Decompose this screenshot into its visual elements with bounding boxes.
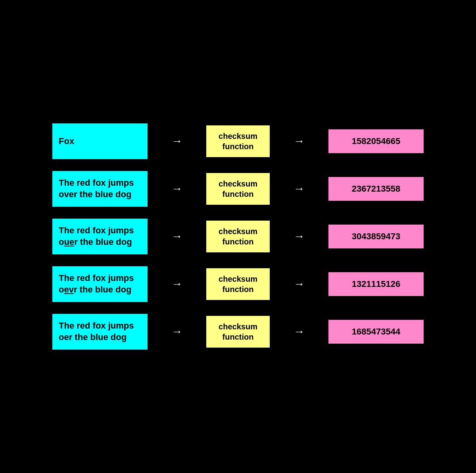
input-box-3: The red fox jumps ouer the blue dog — [52, 219, 148, 254]
arrow-3b: → — [294, 230, 305, 243]
row-1: Fox → checksum function → 1582054665 — [52, 123, 424, 159]
function-label-4: checksum function — [213, 274, 263, 294]
function-box-4: checksum function — [206, 268, 270, 300]
output-box-5: 1685473544 — [328, 320, 424, 344]
input-text-4: The red fox jumps oevr the blue dog — [59, 273, 141, 295]
arrow-1: → — [171, 135, 182, 148]
arrow-4: → — [171, 278, 182, 290]
function-label-2: checksum function — [213, 179, 263, 199]
output-box-4: 1321115126 — [328, 272, 424, 296]
function-box-1: checksum function — [206, 125, 270, 157]
output-value-1: 1582054665 — [352, 136, 400, 146]
output-box-1: 1582054665 — [328, 129, 424, 153]
input-text-2: The red fox jumps over the blue dog — [59, 177, 141, 200]
arrow-5b: → — [294, 325, 305, 338]
arrow-3: → — [171, 230, 182, 243]
input-box-1: Fox — [52, 123, 148, 159]
output-box-2: 2367213558 — [328, 177, 424, 201]
arrow-4b: → — [294, 278, 305, 290]
input-box-5: The red fox jumps oer the blue dog — [52, 314, 148, 350]
output-box-3: 3043859473 — [328, 225, 424, 248]
arrow-5: → — [171, 325, 182, 338]
input-text-5: The red fox jumps oer the blue dog — [59, 320, 141, 343]
row-3: The red fox jumps ouer the blue dog → ch… — [52, 219, 424, 254]
function-box-5: checksum function — [206, 316, 270, 348]
row-5: The red fox jumps oer the blue dog → che… — [52, 314, 424, 350]
row-2: The red fox jumps over the blue dog → ch… — [52, 171, 424, 207]
arrow-1b: → — [294, 135, 305, 148]
input-text-3: The red fox jumps ouer the blue dog — [59, 225, 141, 248]
input-box-2: The red fox jumps over the blue dog — [52, 171, 148, 207]
function-box-3: checksum function — [206, 221, 270, 252]
row-4: The red fox jumps oevr the blue dog → ch… — [52, 266, 424, 302]
output-value-2: 2367213558 — [352, 184, 400, 194]
output-value-4: 1321115126 — [352, 279, 400, 289]
output-value-5: 1685473544 — [352, 327, 400, 337]
output-value-3: 3043859473 — [352, 231, 400, 242]
arrow-2b: → — [294, 183, 305, 195]
diagram: Fox → checksum function → 1582054665 The… — [36, 108, 440, 365]
arrow-2: → — [171, 183, 182, 195]
function-label-3: checksum function — [213, 226, 263, 247]
function-box-2: checksum function — [206, 173, 270, 205]
input-text-1: Fox — [59, 136, 74, 147]
input-box-4: The red fox jumps oevr the blue dog — [52, 266, 148, 302]
function-label-5: checksum function — [213, 321, 263, 342]
function-label-1: checksum function — [213, 131, 263, 152]
